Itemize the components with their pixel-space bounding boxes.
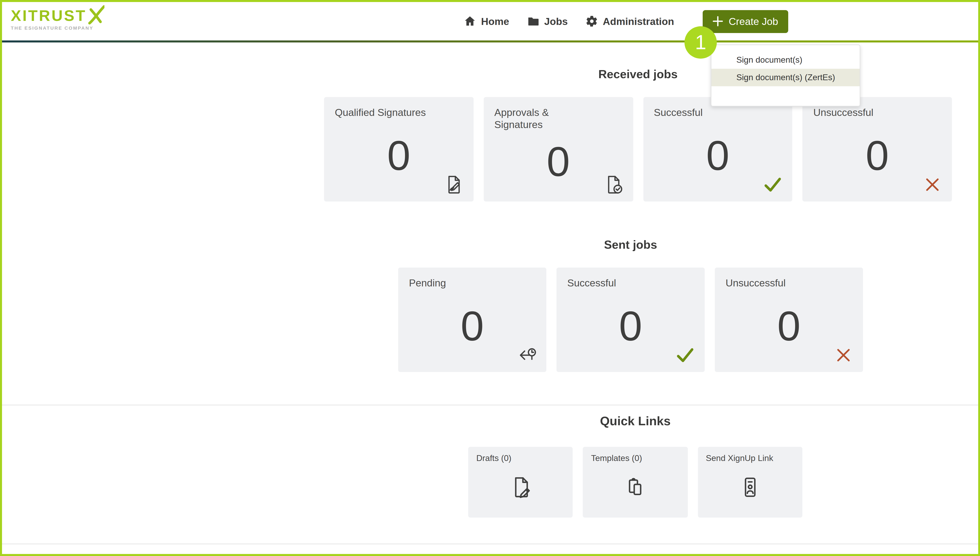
folder-icon — [527, 15, 539, 27]
stat-card-label: Unsuccessful — [813, 107, 914, 119]
file-signature-icon — [444, 175, 464, 195]
check-icon — [763, 175, 783, 195]
contact-card-icon — [706, 463, 794, 511]
quick-links-title: Quick Links — [468, 413, 803, 429]
document-pencil-icon — [476, 463, 565, 511]
stat-card-label: Successful — [654, 107, 755, 119]
file-check-icon — [603, 175, 624, 195]
gear-icon — [585, 15, 598, 27]
quick-link-label: Drafts (0) — [476, 454, 565, 463]
quick-links-card-row: Drafts (0) Templates (0) — [468, 447, 803, 517]
stat-card-received-successful[interactable]: Successful 0 — [643, 97, 793, 202]
footer-divider — [2, 543, 978, 545]
create-job-dropdown-menu: Sign document(s) Sign document(s) (ZertE… — [711, 44, 860, 107]
quick-link-send-xignup[interactable]: Send XignUp Link — [698, 447, 803, 517]
stat-card-qualified-signatures[interactable]: Qualified Signatures 0 — [324, 97, 473, 202]
stat-card-sent-unsuccessful[interactable]: Unsuccessful 0 — [715, 268, 863, 372]
stat-card-label: Unsuccessful — [725, 277, 827, 289]
brand-tagline: THE ESIGNATURE COMPANY — [11, 26, 105, 30]
clipboard-copy-icon — [591, 463, 680, 511]
create-job-label: Create Job — [729, 16, 778, 27]
stat-card-received-unsuccessful[interactable]: Unsuccessful 0 — [803, 97, 952, 202]
nav-item-home[interactable]: Home — [464, 15, 509, 27]
stat-card-label: Qualified Signatures — [335, 107, 436, 119]
stat-card-value: 0 — [335, 119, 463, 192]
header-accent-border — [2, 40, 978, 42]
nav-jobs-label: Jobs — [544, 16, 568, 27]
dashboard-page: XITRUST THE ESIGNATURE COMPANY Home — [0, 0, 980, 556]
brand-name: XITRUST — [11, 7, 87, 24]
stat-card-label: Approvals & Signatures — [494, 107, 595, 131]
stat-card-label: Pending — [409, 277, 510, 289]
main-nav: Home Jobs Administration — [464, 2, 788, 40]
xitrust-x-mark-icon — [87, 5, 105, 25]
section-divider — [2, 404, 978, 406]
plus-icon — [712, 16, 723, 26]
stat-card-value: 0 — [654, 119, 782, 192]
nav-home-label: Home — [481, 16, 509, 27]
stat-card-value: 0 — [813, 119, 941, 192]
annotation-step-badge: 1 — [685, 26, 717, 59]
nav-item-administration[interactable]: Administration — [585, 15, 674, 27]
quick-links-section: Quick Links Drafts (0) Templates (0) — [468, 413, 803, 517]
quick-link-templates[interactable]: Templates (0) — [583, 447, 688, 517]
stat-card-label: Successful — [567, 277, 668, 289]
sent-jobs-card-row: Pending 0 Successful 0 — [398, 268, 863, 372]
quick-link-label: Send XignUp Link — [706, 454, 794, 463]
menu-item-sign-documents-zertes[interactable]: Sign document(s) (ZertEs) — [711, 69, 860, 86]
stat-card-sent-successful[interactable]: Successful 0 — [556, 268, 705, 372]
sent-jobs-section: Sent jobs Pending 0 Successful 0 — [398, 236, 863, 372]
quick-link-label: Templates (0) — [591, 454, 680, 463]
brand-logo[interactable]: XITRUST THE ESIGNATURE COMPANY — [11, 7, 105, 30]
menu-item-sign-documents[interactable]: Sign document(s) — [711, 51, 860, 69]
check-icon — [675, 345, 695, 365]
x-icon — [833, 345, 854, 365]
create-job-button[interactable]: Create Job — [703, 10, 788, 33]
stat-card-value: 0 — [494, 131, 622, 192]
history-arrow-clock-icon — [517, 345, 537, 365]
stat-card-pending[interactable]: Pending 0 — [398, 268, 546, 372]
x-icon — [922, 175, 943, 195]
sent-jobs-title: Sent jobs — [398, 236, 863, 253]
stat-card-approvals-signatures[interactable]: Approvals & Signatures 0 — [484, 97, 633, 202]
nav-administration-label: Administration — [603, 16, 674, 27]
received-jobs-card-row: Qualified Signatures 0 Approvals & Signa… — [324, 97, 952, 202]
nav-item-jobs[interactable]: Jobs — [527, 15, 568, 27]
home-icon — [464, 15, 476, 27]
quick-link-drafts[interactable]: Drafts (0) — [468, 447, 573, 517]
header: XITRUST THE ESIGNATURE COMPANY Home — [2, 2, 978, 40]
